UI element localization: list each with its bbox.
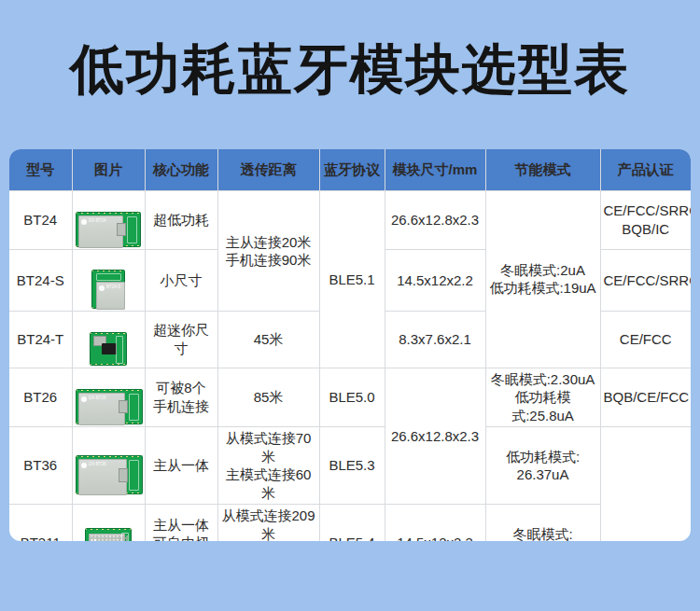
protocol-cell: BLE5.0 <box>319 368 385 427</box>
module-photo-cell: DX-BT26 <box>72 368 145 427</box>
module-label: DX-BT26 <box>89 396 106 400</box>
bt26-module-photo: DX-BT26 <box>76 389 143 424</box>
module-label: DX-BT36 <box>89 462 106 466</box>
column-header-power: 节能模式 <box>485 149 600 191</box>
module-photo-cell: BT24-S <box>72 249 145 312</box>
bt24t-module-photo <box>90 332 127 366</box>
column-header-model: 型号 <box>9 149 72 191</box>
table-row-bt311: BT311 DX-BT311 主从一体 可自由切换 从模式连接209米 主模式 <box>9 505 691 542</box>
antenna-trace <box>127 216 137 243</box>
module-shield: BT24-S <box>96 282 125 310</box>
column-header-image: 图片 <box>72 149 145 191</box>
antenna-trace <box>129 394 139 421</box>
table-row-bt36: BT36 DX-BT36 主从一体 从模式连接70米 主模式连接60米 <box>9 427 691 505</box>
model-cell: BT36 <box>9 427 72 505</box>
feature-cell: 可被8个 手机连接 <box>145 368 217 427</box>
selection-table-card: 型号 图片 核心功能 透传距离 蓝牙协议 模块尺寸/mm 节能模式 产品认证 B… <box>9 149 691 541</box>
module-photo-cell <box>72 312 145 368</box>
protocol-cell: BLE5.3 <box>319 427 385 505</box>
component-block <box>119 400 128 413</box>
feature-cell: 主从一体 <box>145 427 217 505</box>
size-cell: 14.5x12x2.2 <box>385 249 485 312</box>
brand-logo-icon <box>81 396 87 402</box>
brand-logo-icon <box>81 219 87 225</box>
module-label: DX-BT24 <box>89 218 106 223</box>
chip-block <box>102 343 117 354</box>
model-cell: BT26 <box>9 368 72 427</box>
size-cell: 26.6x12.8x2.3 <box>385 191 485 250</box>
page: 低功耗蓝牙模块选型表 型号 图片 核心功能 透传距离 蓝牙协议 模块尺寸/mm … <box>0 0 700 611</box>
model-cell: BT311 <box>9 505 72 542</box>
power-cell: 冬眠模式: 10uA <box>485 505 600 542</box>
table-row-bt26: BT26 DX-BT26 可被8个 手机连接 85米 BL <box>9 368 691 427</box>
component-block <box>119 468 128 482</box>
module-photo-cell: DX-BT311 <box>72 505 145 542</box>
table-row-bt24: BT24 DX-BT24 超低功耗 主从连接20米 手机连接90米 <box>9 191 691 250</box>
column-header-distance: 透传距离 <box>217 149 319 191</box>
column-header-cert: 产品认证 <box>600 149 691 191</box>
power-cell: 冬眠模式:2uA 低功耗模式:19uA <box>485 191 600 368</box>
distance-cell: 从模式连接70米 主模式连接60米 <box>217 427 319 505</box>
distance-cell: 从模式连接209米 主模式连接86米 <box>217 505 319 542</box>
bt24s-module-photo: BT24-S <box>91 270 125 309</box>
feature-cell: 超迷你尺寸 <box>145 312 217 368</box>
column-header-feature: 核心功能 <box>145 149 217 191</box>
cert-cell: BQB/CE/FCC <box>600 368 691 427</box>
distance-cell: 45米 <box>217 312 319 368</box>
module-photo-cell: DX-BT36 <box>72 427 145 505</box>
table-header: 型号 图片 核心功能 透传距离 蓝牙协议 模块尺寸/mm 节能模式 产品认证 <box>9 149 691 191</box>
antenna-trace <box>121 533 129 541</box>
antenna-trace <box>96 273 121 281</box>
distance-cell: 主从连接20米 手机连接90米 <box>217 191 319 312</box>
bt311-module-photo: DX-BT311 <box>85 528 132 541</box>
cert-cell: CE/FCC/SRRC <box>600 249 691 312</box>
distance-cell: 85米 <box>217 368 319 427</box>
power-cell: 低功耗模式: 26.37uA <box>485 427 600 505</box>
module-label: BT24-S <box>106 285 120 289</box>
power-cell: 冬眠模式:2.30uA 低功耗模式:25.8uA <box>485 368 600 427</box>
spec-table: 型号 图片 核心功能 透传距离 蓝牙协议 模块尺寸/mm 节能模式 产品认证 B… <box>9 149 691 541</box>
size-cell: 26.6x12.8x2.3 <box>385 368 485 505</box>
feature-cell: 超低功耗 <box>145 191 217 250</box>
antenna-trace <box>116 336 123 364</box>
feature-cell: 小尺寸 <box>145 249 217 312</box>
cert-cell <box>600 427 691 542</box>
size-cell: 14.5x12x2.3 <box>385 505 485 542</box>
cert-cell: CE/FCC/SRRC BQB/IC <box>600 191 691 250</box>
protocol-cell: BLE5.1 <box>319 191 385 368</box>
bt36-module-photo: DX-BT36 <box>76 455 143 494</box>
model-cell: BT24-T <box>9 312 72 368</box>
column-header-size: 模块尺寸/mm <box>385 149 485 191</box>
brand-logo-icon <box>81 463 87 468</box>
component-block <box>117 223 126 236</box>
cert-cell: CE/FCC <box>600 312 691 368</box>
brand-logo-icon <box>99 285 105 291</box>
protocol-cell: BLE5.4 <box>319 505 385 542</box>
header-row: 型号 图片 核心功能 透传距离 蓝牙协议 模块尺寸/mm 节能模式 产品认证 <box>9 149 691 191</box>
module-photo-cell: DX-BT24 <box>72 191 145 250</box>
column-header-protocol: 蓝牙协议 <box>319 149 385 191</box>
model-cell: BT24 <box>9 191 72 250</box>
bt24-module-photo: DX-BT24 <box>76 212 141 247</box>
antenna-trace <box>129 460 139 491</box>
feature-cell: 主从一体 可自由切换 <box>145 505 217 542</box>
model-cell: BT24-S <box>9 249 72 312</box>
page-title: 低功耗蓝牙模块选型表 <box>0 34 700 106</box>
size-cell: 8.3x7.6x2.1 <box>385 312 485 368</box>
